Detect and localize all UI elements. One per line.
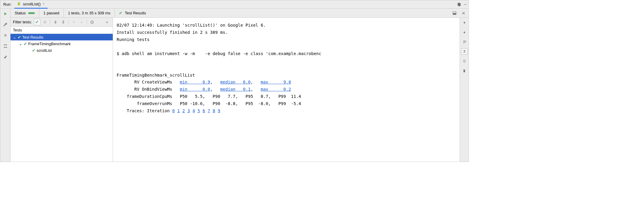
tabbar: Run: scrollList() ×	[0, 0, 469, 9]
layout-button[interactable]	[2, 43, 9, 49]
status-cell-passed: 1 passed	[39, 9, 64, 17]
tree-class-label: FrameTimingBenchmark	[28, 42, 71, 46]
metric-link[interactable]: median 0.1	[220, 87, 251, 92]
console-pane: 02/07 12:14:49: Launching 'scrollList()'…	[113, 18, 469, 162]
print-button[interactable]	[461, 58, 468, 64]
trace-iteration-link[interactable]: 6	[203, 108, 205, 113]
metric-link[interactable]: min 0.9	[180, 80, 210, 84]
run-panel: Run: scrollList() ×	[0, 0, 469, 162]
stop-button[interactable]	[2, 32, 9, 39]
trace-iteration-link[interactable]: 5	[198, 108, 200, 113]
filter-bar: Filter tests: ✔	[10, 18, 113, 27]
metric-link[interactable]: median 6.0	[220, 80, 251, 84]
status-cell-state: Status	[10, 9, 39, 17]
svg-rect-0	[464, 4, 467, 4]
tree-root-label: Test Results	[22, 35, 43, 40]
run-label: Run:	[0, 2, 14, 7]
console-output[interactable]: 02/07 12:14:49: Launching 'scrollList()'…	[113, 18, 460, 162]
pass-pill-icon	[28, 12, 35, 14]
trace-iteration-link[interactable]: 3	[187, 108, 190, 113]
status-bar: Status 1 passed 1 tests, 3 m 35 s 309 ms…	[10, 9, 469, 18]
svg-rect-3	[453, 13, 456, 15]
trace-iteration-link[interactable]: 9	[218, 108, 220, 113]
trace-iteration-link[interactable]: 8	[213, 108, 215, 113]
run-tab-scrolllist[interactable]: scrollList() ×	[14, 0, 47, 9]
check-icon: ✔	[32, 48, 35, 53]
passed-count: 1 passed	[43, 11, 59, 15]
tests-tree[interactable]: ⌄ ✔ Test Results ⌄ ✔ FrameTimingBenchmar…	[10, 34, 113, 162]
trace-iteration-link[interactable]: 0	[172, 108, 174, 113]
trace-iteration-link[interactable]: 2	[182, 108, 185, 113]
console-right-gutter	[460, 18, 469, 162]
check-icon: ✔	[119, 11, 122, 15]
svg-rect-1	[4, 34, 7, 37]
prev-failed-button[interactable]	[70, 19, 77, 25]
more-filters-button[interactable]: »	[104, 19, 110, 25]
left-gutter	[0, 9, 10, 162]
pin-button[interactable]	[2, 54, 9, 60]
tree-class[interactable]: ⌄ ✔ FrameTimingBenchmark	[10, 40, 113, 47]
check-icon: ✔	[18, 35, 21, 40]
minimize-button[interactable]	[462, 1, 469, 8]
android-icon	[17, 2, 21, 6]
show-passed-button[interactable]: ✔	[34, 19, 40, 25]
tests-header: Tests	[10, 27, 113, 34]
trace-iteration-link[interactable]: 4	[192, 108, 195, 113]
toggle-layout-button[interactable]	[451, 10, 458, 16]
clear-button[interactable]	[461, 67, 468, 74]
scroll-down-button[interactable]	[461, 29, 468, 36]
tests-tree-pane: Filter tests: ✔	[10, 18, 113, 162]
metric-link[interactable]: max 9.8	[261, 80, 291, 84]
tab-label: scrollList()	[23, 2, 40, 6]
close-console-button[interactable]	[460, 10, 467, 16]
trace-iteration-link[interactable]: 1	[177, 108, 180, 113]
chevron-down-icon: ⌄	[18, 42, 22, 46]
settings-button[interactable]	[455, 1, 462, 8]
history-button[interactable]	[89, 19, 95, 25]
soft-wrap-button[interactable]	[461, 39, 468, 45]
metric-link[interactable]: min 0.0	[180, 87, 210, 92]
status-label: Status	[15, 11, 26, 15]
status-cell-summary: 1 tests, 3 m 35 s 309 ms	[64, 9, 115, 17]
test-summary: 1 tests, 3 m 35 s 309 ms	[68, 11, 111, 15]
check-icon: ✔	[24, 42, 27, 46]
scroll-to-end-button[interactable]	[461, 48, 468, 55]
tree-root[interactable]: ⌄ ✔ Test Results	[10, 34, 113, 40]
filter-label: Filter tests:	[13, 20, 32, 24]
expand-all-button[interactable]	[52, 19, 59, 25]
run-button[interactable]	[2, 10, 9, 17]
show-ignored-button[interactable]	[42, 19, 48, 25]
tree-test-label: scrollList	[37, 48, 52, 53]
wrench-button[interactable]	[2, 21, 9, 28]
console-title-cell: ✔ Test Results	[115, 9, 449, 17]
scroll-up-button[interactable]	[461, 19, 468, 26]
metric-link[interactable]: max 0.2	[261, 87, 291, 92]
tree-test[interactable]: ✔ scrollList	[10, 47, 113, 54]
console-title: Test Results	[125, 11, 146, 15]
chevron-down-icon: ⌄	[12, 35, 16, 40]
close-tab-icon[interactable]: ×	[43, 2, 45, 6]
collapse-all-button[interactable]	[60, 19, 67, 25]
next-failed-button[interactable]	[78, 19, 85, 25]
trace-iteration-link[interactable]: 7	[208, 108, 210, 113]
